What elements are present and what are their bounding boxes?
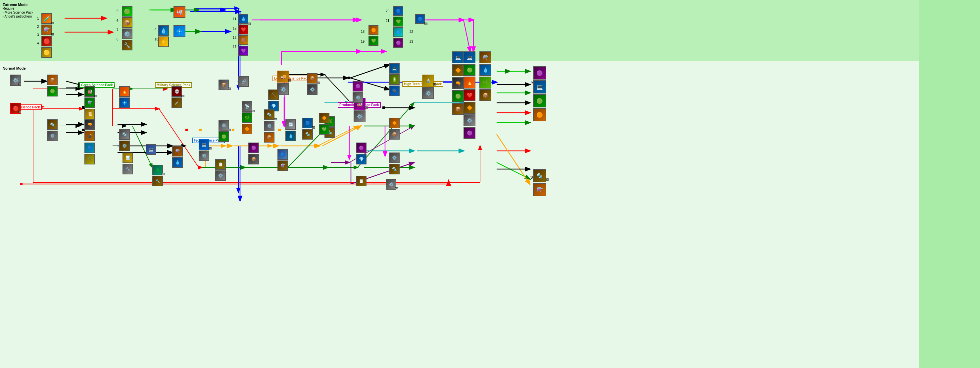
- item-29-dest: 🟣 💻 🟢 🟠: [533, 66, 546, 122]
- item-21-dest: 🔵: [415, 14, 425, 24]
- num-2: 2: [37, 25, 39, 29]
- co-badge-2: co: [51, 33, 54, 35]
- co-badge-m5: co: [317, 82, 320, 84]
- military-sp-items: 💀 🗡️: [172, 86, 182, 108]
- num-22: 22: [410, 30, 413, 34]
- num-11: 11: [233, 17, 236, 21]
- num-4: 4: [37, 42, 39, 45]
- co-badge-1: co: [51, 22, 54, 24]
- num-19: 19: [361, 40, 364, 43]
- num-7: 7: [116, 28, 119, 32]
- num-20: 20: [386, 9, 389, 13]
- col2-items: 📦 🟢: [47, 75, 57, 96]
- item-extreme-dest2: 💠: [173, 25, 185, 37]
- co-badge-te1: co: [228, 129, 231, 131]
- ht-sp-items: 🔬 ⚙️: [422, 75, 434, 99]
- main-diagram: Extreme Mode Require - More Science Pack…: [0, 0, 980, 368]
- co-badge-tsp: co: [208, 147, 212, 149]
- extreme-mode-require: Require: [3, 6, 14, 10]
- lower-col-items: 📋 ⚙️: [215, 159, 226, 181]
- mid7-items: 🔶 💚: [319, 113, 329, 134]
- num-10: 10: [154, 37, 158, 41]
- co-badge-msp: co: [181, 95, 185, 97]
- co-badge-br: co: [395, 187, 398, 189]
- num-17: 17: [233, 45, 236, 49]
- mid4-items: 🔄 💧: [285, 119, 296, 141]
- items-9-10-stack: 💧 ⚡: [158, 25, 169, 47]
- co-badge-li1: co: [228, 88, 231, 90]
- normal-mode-title: Normal Mode: [3, 66, 26, 70]
- mid2-items: 📡 🌿 🔶: [242, 101, 252, 134]
- col2b-items: 🔩 ⚙️: [47, 119, 57, 141]
- tech-area-items1: 💻: [146, 144, 156, 155]
- co-badge-logi: co: [288, 79, 291, 82]
- items-20-23-stack: 🔵 💚 🔷 🟣: [393, 6, 403, 48]
- green-sp-items: 🏭 ⚗️ 📜: [84, 86, 95, 119]
- right-panel-bg: [919, 0, 980, 368]
- num-1: 1: [37, 17, 39, 20]
- mid8-items: 🔩 ⚙️ 📦: [264, 109, 274, 142]
- items-1-4-stack: 🧪 ⚗️ 🔴 🟡: [41, 13, 52, 58]
- lower-col2-items: 🟣 📦: [248, 142, 259, 165]
- mid3-items: ⛏️ 💎: [268, 90, 279, 111]
- extreme-mode-req1: - More Science Pack: [3, 11, 33, 14]
- co-badge-11: co: [248, 22, 251, 25]
- right-col2-items: ⚗️ 💧 🌿 📦: [479, 51, 491, 101]
- logistic-sp-items: 🚚 ⚙️: [277, 70, 289, 95]
- items-5-8-stack: 🟢 📦 ⚙️ 🔧: [122, 6, 132, 50]
- num-6: 6: [116, 19, 119, 22]
- extreme-mode-title: Extreme Mode: [3, 3, 27, 6]
- right-col1-items: 💻 🟢 🔥 ❤️ 🔶 ⚙️ 🟣: [463, 51, 476, 139]
- item-30-dest: 🔩 ⚗️: [533, 169, 546, 196]
- co-badge-m8: co: [274, 118, 277, 120]
- co-badge-30: co: [546, 178, 549, 181]
- num-3: 3: [37, 33, 39, 37]
- co-badge-prod: co: [365, 106, 368, 109]
- lower-items1: 🔵 ⛏️: [84, 142, 95, 165]
- item-extreme-dest1: 🏭: [173, 6, 185, 18]
- mid-right-items: 🔵 🔩: [302, 118, 313, 139]
- gm-items: 🔥 💠: [119, 86, 130, 108]
- num-8: 8: [116, 37, 119, 41]
- ht-lower-items: 🔶 📦: [389, 118, 399, 139]
- co-badge-nm1: co: [18, 83, 21, 85]
- ht-low2-items: ⚙️ 🔩: [389, 152, 399, 174]
- mid-items1: 🔗: [239, 76, 249, 87]
- num-21: 21: [386, 19, 389, 22]
- co-badge-gsp: co: [94, 95, 97, 97]
- num-18: 18: [361, 30, 364, 34]
- extreme-mode-req2: - Angel's petrochem: [3, 14, 32, 18]
- ht-left-items: 💻 🔋 🔌: [389, 63, 399, 96]
- num-9: 9: [154, 28, 157, 32]
- prod-lowest-items: 📋: [356, 176, 366, 186]
- co-badge-rsp: co: [18, 111, 21, 113]
- prod-lower-items: 🟣 💎: [356, 142, 366, 165]
- co-badge-mr: co: [312, 126, 315, 129]
- num-12: 12: [233, 27, 236, 30]
- rtech-items: ⚗️ 💧: [172, 146, 183, 168]
- num-5: 5: [116, 9, 119, 13]
- mil-items2: 🔩 ⚙️: [119, 129, 130, 151]
- co-badge-m2: co: [251, 110, 255, 112]
- items-18-19-stack: 🟠 💚: [369, 25, 379, 46]
- mid5-items: 📦 ⚙️: [307, 73, 318, 95]
- num-23: 23: [410, 40, 413, 43]
- items-11-17-stack: 💧 ❤️ 🟤 💜: [239, 14, 248, 56]
- lower-col3-items: 🔵 ⚗️: [277, 149, 288, 171]
- scatter2: 🔧: [152, 176, 163, 186]
- co-badge-ht: co: [433, 83, 436, 86]
- co-badge-21: co: [425, 22, 428, 25]
- tech-extra1: ⚙️ 🟢: [218, 120, 229, 142]
- co-badge-s1: co: [162, 173, 165, 175]
- logi-prod-items: 🟣 ⚙️: [353, 81, 363, 103]
- num-15: 15: [233, 36, 236, 40]
- tech-sp-item: 💻 ⚙️: [199, 139, 209, 161]
- mil-items1: 🔫 💣: [84, 119, 95, 141]
- far-right-col1: 💻 🔶 🔫 🟢 📦: [452, 51, 464, 115]
- lower-items2: 📊 🔧: [123, 152, 133, 174]
